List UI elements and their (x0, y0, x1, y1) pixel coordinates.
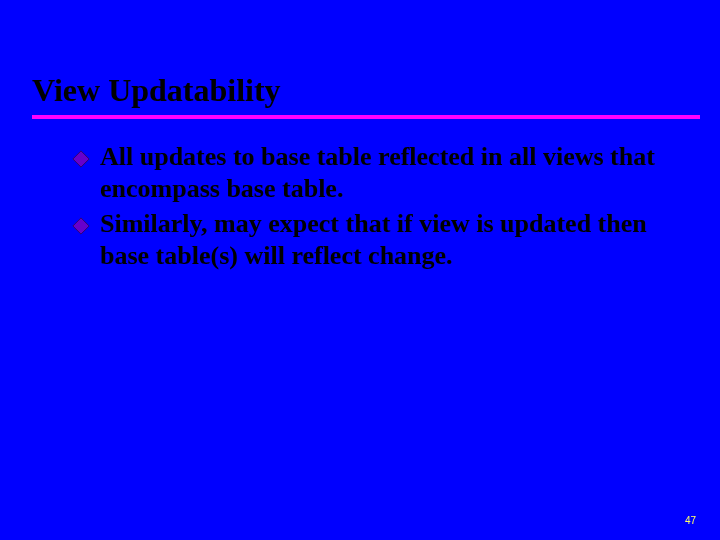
bullet-text: All updates to base table reflected in a… (100, 141, 666, 204)
list-item: Similarly, may expect that if view is up… (72, 208, 666, 271)
page-number: 47 (685, 515, 696, 526)
list-item: All updates to base table reflected in a… (72, 141, 666, 204)
slide: View Updatability All updates to base ta… (0, 0, 720, 540)
slide-title: View Updatability (32, 72, 688, 115)
svg-marker-1 (73, 218, 89, 234)
svg-marker-0 (73, 151, 89, 167)
diamond-bullet-icon (72, 217, 90, 235)
title-region: View Updatability (0, 72, 720, 115)
bullet-text: Similarly, may expect that if view is up… (100, 208, 666, 271)
diamond-bullet-icon (72, 150, 90, 168)
slide-body: All updates to base table reflected in a… (0, 119, 720, 272)
